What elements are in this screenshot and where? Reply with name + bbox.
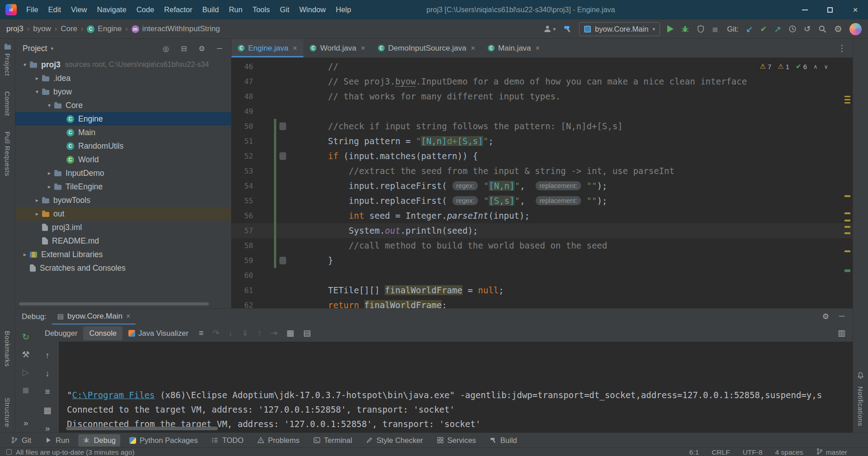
tree-item-proj3[interactable]: ▾proj3sources root, C:\Users\niqia\cs61b… <box>15 58 231 71</box>
code-line-62[interactable]: 62 return finalWorldFrame; <box>231 298 853 308</box>
fold-marker-icon[interactable] <box>279 257 286 264</box>
tab-main-java[interactable]: CMain.java× <box>481 39 546 57</box>
tree-item-core[interactable]: ▾Core <box>15 99 231 112</box>
breadcrumb-core[interactable]: Core <box>61 24 77 33</box>
close-icon[interactable]: × <box>293 44 297 52</box>
menu-view[interactable]: View <box>66 0 92 19</box>
tree-item-byow[interactable]: ▾byow <box>15 85 231 99</box>
breadcrumb-proj3[interactable]: proj3 <box>6 24 24 33</box>
collaborators-icon[interactable]: ▾ <box>543 24 556 33</box>
file-link[interactable]: C:\Program Files <box>72 390 155 400</box>
code-line-58[interactable]: 58 //call method to build the world base… <box>231 238 853 253</box>
code-line-48[interactable]: 48 // that works for many different inpu… <box>231 89 853 104</box>
toolwindow-button-commit[interactable]: Commit <box>4 91 11 116</box>
toolwindow-button-pull-requests[interactable]: Pull Requests <box>4 132 11 176</box>
step-out-icon[interactable]: ↑ <box>253 329 266 338</box>
code-line-47[interactable]: 47 // See proj3.byow.InputDemo for a dem… <box>231 74 853 89</box>
menu-navigate[interactable]: Navigate <box>92 0 132 19</box>
project-scrollbar[interactable] <box>19 302 209 306</box>
tree-collapsed-arrow-icon[interactable]: ▸ <box>32 197 42 203</box>
tree-item-readme-md[interactable]: README.md <box>15 234 231 248</box>
toolwindow-button-terminal[interactable]: Terminal <box>309 434 357 447</box>
stripe-mark[interactable] <box>844 220 850 221</box>
menu-window[interactable]: Window <box>294 0 331 19</box>
commit-icon[interactable]: ✔ <box>760 24 767 34</box>
tree-item-external-libraries[interactable]: ▸External Libraries <box>15 248 231 261</box>
tree-item-proj3-iml[interactable]: proj3.iml <box>15 221 231 234</box>
gear-icon[interactable]: ⚙ <box>822 312 829 321</box>
stripe-mark[interactable] <box>844 250 850 252</box>
minimize-button[interactable] <box>792 0 817 19</box>
stripe-mark[interactable] <box>844 96 850 97</box>
code-line-52[interactable]: 52 if (input.matches(pattern)) { <box>231 149 853 164</box>
menu-file[interactable]: File <box>21 0 43 19</box>
code-line-53[interactable]: 53 //extract the seed from the input & s… <box>231 164 853 179</box>
force-step-into-icon[interactable]: ⇓ <box>237 328 253 338</box>
stripe-mark[interactable] <box>844 226 850 228</box>
tree-collapsed-arrow-icon[interactable]: ▸ <box>44 170 54 176</box>
menu-run[interactable]: Run <box>224 0 247 19</box>
stripe-mark[interactable] <box>844 102 850 103</box>
tree-item-engine[interactable]: CEngine <box>15 112 231 126</box>
tree-expanded-arrow-icon[interactable]: ▾ <box>20 61 30 68</box>
toolwindow-button-project[interactable]: Project <box>4 53 11 76</box>
locate-file-icon[interactable]: ◎ <box>163 44 169 53</box>
search-everywhere-icon[interactable] <box>818 24 827 33</box>
toolwindow-button-style-checker[interactable]: Style Checker <box>361 434 428 447</box>
tab-world-java[interactable]: CWorld.java× <box>303 39 371 57</box>
breadcrumb-interactwithinputstring[interactable]: minteractWithInputString <box>132 24 220 33</box>
code-line-60[interactable]: 60 <box>231 268 853 283</box>
tree-collapsed-arrow-icon[interactable]: ▸ <box>32 211 42 217</box>
inspection-warnings[interactable]: ⚠7 <box>760 62 771 71</box>
inspections-widget[interactable]: ⚠7⚠1✔6∧∨ <box>757 61 831 71</box>
tree-item-out[interactable]: ▸out <box>15 207 231 221</box>
menu-build[interactable]: Build <box>197 0 224 19</box>
more-menu-icon[interactable]: ≡ <box>194 329 208 338</box>
stop-icon[interactable]: ◼ <box>22 385 29 395</box>
menu-refactor[interactable]: Refactor <box>159 0 197 19</box>
toolwindow-button-git[interactable]: Git <box>6 434 36 447</box>
coverage-button[interactable] <box>697 25 705 33</box>
layout-settings-icon[interactable]: ▥ <box>838 328 845 338</box>
debug-console[interactable]: "C:\Program Files (x86)\Eclipse Adoptium… <box>59 342 853 432</box>
next-problem-icon[interactable]: ∨ <box>824 63 828 70</box>
push-icon[interactable]: ↗ <box>774 24 781 34</box>
tree-collapsed-arrow-icon[interactable]: ▸ <box>32 75 42 81</box>
tree-item-main[interactable]: CMain <box>15 126 231 139</box>
project-panel-title[interactable]: Project <box>23 44 47 53</box>
menu-help[interactable]: Help <box>331 0 356 19</box>
code-line-51[interactable]: 51 String pattern = "[N,n]d+[S,s]"; <box>231 134 853 149</box>
tree-item-byowtools[interactable]: ▸byowTools <box>15 193 231 207</box>
git-branch-widget[interactable]: master <box>816 448 847 456</box>
step-over-icon[interactable]: ↷ <box>208 328 224 338</box>
evaluate-icon[interactable]: ▤ <box>299 328 316 338</box>
toolwindow-button-bookmarks[interactable]: Bookmarks <box>4 331 11 367</box>
stripe-mark[interactable] <box>844 99 850 100</box>
tab-options-icon[interactable]: ⋮ <box>838 43 846 53</box>
stripe-mark[interactable] <box>844 212 850 214</box>
tab-demoinputsource-java[interactable]: CDemoInputSource.java× <box>372 39 481 57</box>
stop-button[interactable]: ◼ <box>712 25 718 33</box>
soft-wrap-icon[interactable]: ≡ <box>45 387 50 397</box>
toolwindow-button-todo[interactable]: TODO <box>207 434 248 447</box>
build-icon[interactable]: ⚒ <box>22 349 29 360</box>
inspection-weak-warnings[interactable]: ⚠1 <box>778 62 789 71</box>
inspection-ok[interactable]: ✔6 <box>796 62 807 71</box>
breadcrumb-engine[interactable]: CEngine <box>87 24 122 33</box>
caret-position[interactable]: 6:1 <box>689 448 699 456</box>
tree-item-tileengine[interactable]: ▸TileEngine <box>15 180 231 193</box>
more-icon[interactable]: » <box>24 418 28 428</box>
history-icon[interactable] <box>788 25 797 33</box>
tree-collapsed-arrow-icon[interactable]: ▸ <box>44 183 54 190</box>
error-stripe[interactable] <box>842 58 853 308</box>
toolwindow-button-run[interactable]: Run <box>40 434 74 447</box>
tree-collapsed-arrow-icon[interactable]: ▸ <box>20 251 30 258</box>
resume-icon[interactable]: ▷ <box>23 367 29 377</box>
maximize-button[interactable] <box>817 0 843 19</box>
debug-session-tab[interactable]: ▤ byow.Core.Main × <box>52 309 136 324</box>
indent-setting[interactable]: 4 spaces <box>775 448 803 456</box>
breadcrumb-byow[interactable]: byow <box>33 24 51 33</box>
file-encoding[interactable]: UTF-8 <box>743 448 763 456</box>
menu-code[interactable]: Code <box>132 0 159 19</box>
step-into-icon[interactable]: ↓ <box>224 329 237 338</box>
